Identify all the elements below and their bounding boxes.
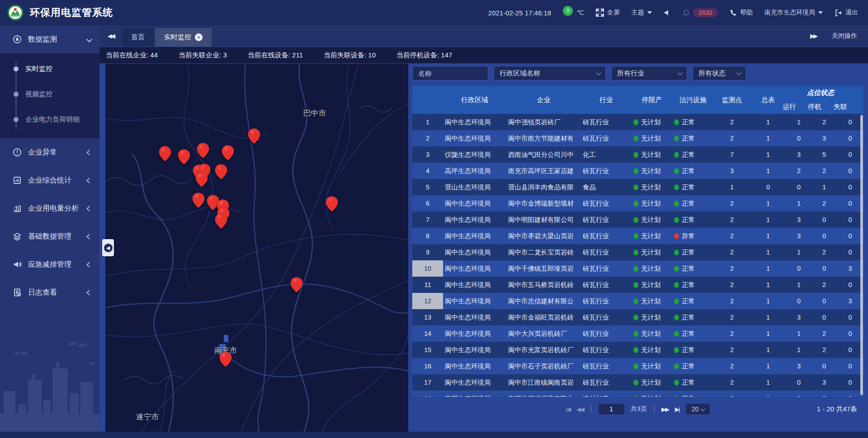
sidebar-item-视频监控[interactable]: 视频监控 (0, 81, 99, 107)
table-row[interactable]: 2阆中生态环境局阆中市南方节能建材有砖瓦行业无计划正常21030 (412, 130, 863, 146)
row-index[interactable]: 4 (412, 163, 443, 179)
map-collapse-button[interactable]: ◀ (102, 239, 114, 256)
map-marker-pin[interactable] (178, 149, 190, 165)
facility-status-label: 正常 (682, 313, 695, 322)
sidebar-item-企业电力负荷明细[interactable]: 企业电力负荷明细 (0, 107, 99, 132)
help-button[interactable]: 帮助 (730, 9, 753, 17)
tab-实时监控[interactable]: 实时监控× (155, 28, 212, 47)
table-row[interactable]: 14阆中生态环境局阆中大兴页岩机砖厂砖瓦行业无计划正常21120 (412, 325, 863, 342)
sidebar-item-实时监控[interactable]: 实时监控 (0, 56, 99, 81)
close-operations-button[interactable]: 关闭操作 (832, 32, 857, 40)
sidebar-group-数据监测[interactable]: 数据监测 (0, 25, 99, 53)
green-dot-icon (633, 396, 638, 397)
page-size-select[interactable]: 20 (685, 403, 710, 415)
first-page-button[interactable]: |◀ (566, 406, 570, 413)
status-select[interactable]: 所有状态 (693, 66, 746, 80)
map-marker-pin[interactable] (222, 145, 234, 160)
sidebar-group-企业综合统计[interactable]: 企业综合统计 (0, 166, 99, 194)
logout-button[interactable]: 退出 (835, 9, 858, 17)
tab-首页[interactable]: 首页 (122, 28, 154, 47)
col-company: 企业 (506, 86, 581, 114)
table-row[interactable]: 13阆中生态环境局阆中市金福旺页岩机砖砖瓦行业无计划正常21300 (412, 309, 863, 325)
map-marker-pin[interactable] (197, 143, 209, 158)
row-index[interactable]: 6 (412, 195, 443, 212)
last-page-button[interactable]: ▶| (675, 406, 679, 413)
row-index[interactable]: 7 (412, 212, 443, 228)
notifications[interactable]: 2632 (683, 8, 718, 17)
next-page-button[interactable]: ▶▶ (661, 406, 669, 413)
map-marker-pin[interactable] (215, 164, 227, 179)
industry-select[interactable]: 所有行业 (611, 66, 687, 80)
table-row[interactable]: 12阆中生态环境局阆中市忠信建材有限公砖瓦行业无计划正常21003 (412, 293, 863, 309)
prev-page-button[interactable]: ◀◀ (576, 406, 584, 413)
row-index[interactable]: 10 (412, 260, 443, 277)
map-marker-pin[interactable] (215, 213, 227, 229)
row-index[interactable]: 8 (412, 228, 443, 244)
col-monitor: 监测点 (714, 86, 750, 114)
sidebar-group-企业用电量分析[interactable]: 企业用电量分析 (0, 194, 99, 222)
sound-button[interactable] (664, 9, 671, 16)
map-panel[interactable]: 巴中市南充市遂宁市 ◀ (105, 64, 408, 432)
row-index[interactable]: 15 (412, 342, 443, 358)
layers-icon (13, 232, 22, 241)
row-index[interactable]: 17 (412, 374, 443, 391)
tab-label: 首页 (131, 33, 145, 42)
sidebar-group-应急减排管理[interactable]: 应急减排管理 (0, 250, 99, 278)
stat-当前在线企业: 当前在线企业: 44 (106, 51, 158, 60)
table-row[interactable]: 15阆中生态环境局阆中市光富页岩机砖厂砖瓦行业无计划正常21120 (412, 342, 863, 358)
org-dropdown[interactable]: 南充市生态环境局 (764, 9, 823, 17)
map-marker-pin[interactable] (192, 193, 204, 208)
table-row[interactable]: 6阆中生态环境局阆中市金博瑞新型墙材砖瓦行业无计划正常21120 (412, 195, 863, 212)
table-row[interactable]: 16阆中生态环境局阆中市石子页岩机砖厂砖瓦行业无计划正常21300 (412, 358, 863, 374)
table-row[interactable]: 17阆中生态环境局阆中市江南镇阆南页岩砖瓦行业无计划正常21030 (412, 374, 863, 391)
row-index[interactable]: 14 (412, 325, 443, 342)
row-index[interactable]: 11 (412, 277, 443, 293)
row-index[interactable]: 12 (412, 293, 443, 309)
table-row[interactable]: 1阆中生态环境局阆中强锐页岩砖厂砖瓦行业无计划正常21120 (412, 114, 863, 130)
row-index[interactable]: 18 (412, 391, 443, 397)
fullscreen-button[interactable]: 全屏 (596, 9, 620, 17)
name-search-input[interactable] (412, 66, 488, 80)
tabs-scroll-right-button[interactable]: ▶▶ (810, 33, 816, 39)
page-number-input[interactable] (598, 403, 624, 415)
sidebar-group-企业异常[interactable]: 企业异常 (0, 138, 99, 166)
row-index[interactable]: 9 (412, 244, 443, 260)
table-row[interactable]: 7阆中生态环境局阆中明阳建材有限公司砖瓦行业无计划正常21300 (412, 212, 863, 228)
row-index[interactable]: 3 (412, 146, 443, 163)
sidebar-nav: 数据监测实时监控视频监控企业电力负荷明细企业异常企业综合统计企业用电量分析基础数… (0, 25, 99, 306)
table-row[interactable]: 11阆中生态环境局阆中市五马桥页岩机砖砖瓦行业无计划正常21120 (412, 277, 863, 293)
table-row[interactable]: 4高坪生态环境局南充市高坪区王家店建砖瓦行业无计划正常31220 (412, 163, 863, 179)
col-stop: 停限产 (632, 86, 672, 114)
map-marker-pin[interactable] (248, 128, 260, 144)
cell-industry: 砖瓦行业 (581, 297, 632, 306)
table-row[interactable]: 9阆中生态环境局阆中市二龙长宝页岩砖砖瓦行业无计划正常21120 (412, 244, 863, 260)
facility-status-label: 正常 (682, 118, 695, 127)
map-marker-pin[interactable] (196, 172, 208, 187)
table-row[interactable]: 5营山生态环境局营山县润丰肉食品有限食品无计划正常10010 (412, 179, 863, 195)
tabs-scroll-left-button[interactable]: ◀◀ (99, 25, 122, 47)
row-index[interactable]: 1 (412, 114, 443, 130)
row-index[interactable]: 13 (412, 309, 443, 325)
table-row[interactable]: 3仪陇生态环境局西南油气田分公司川中化工无计划正常71350 (412, 146, 863, 163)
theme-dropdown[interactable]: 主题 (632, 9, 652, 17)
pagination-controls: |◀ ◀◀ | 共3页 | ▶▶ ▶| 20 (566, 403, 710, 415)
table-scrollbar[interactable] (860, 115, 863, 395)
table-row[interactable]: 10阆中生态环境局阆中千佛镇五郎垭页岩砖瓦行业无计划正常21003 (412, 260, 863, 277)
cell-industry: 砖瓦行业 (581, 362, 632, 371)
row-index[interactable]: 2 (412, 130, 443, 146)
row-index[interactable]: 16 (412, 358, 443, 374)
tab-close-icon[interactable]: × (195, 33, 203, 41)
map-marker-pin[interactable] (219, 352, 231, 367)
table-row[interactable]: 8阆中生态环境局阆中市枣碧大梁山页岩砖瓦行业无计划异常21300 (412, 228, 863, 244)
cell-monitor-count: 2 (714, 346, 750, 353)
row-index[interactable]: 5 (412, 179, 443, 195)
chevron-left-icon (86, 290, 92, 296)
map-marker-pin[interactable] (326, 196, 338, 212)
table-row[interactable]: 18南部生态环境局南部县砌优沥青有限公建材加工无计划正常50050 (412, 391, 863, 397)
sidebar-group-基础数据管理[interactable]: 基础数据管理 (0, 222, 99, 250)
map-marker-pin[interactable] (159, 146, 171, 161)
region-select[interactable]: 行政区域名称 (494, 66, 606, 80)
map-marker-pin[interactable] (290, 277, 302, 292)
sidebar-group-日志查看[interactable]: 日志查看 (0, 278, 99, 306)
status-select-value: 所有状态 (698, 69, 726, 78)
